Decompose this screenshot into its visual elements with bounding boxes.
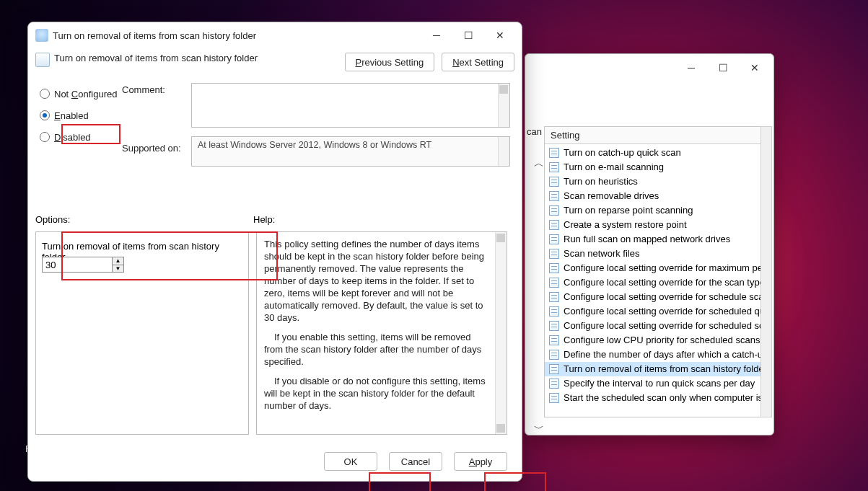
setting-row-label: Configure local setting override for sch…: [564, 291, 766, 304]
previous-setting-button[interactable]: Previous Setting: [345, 53, 435, 71]
setting-row[interactable]: Scan network files: [545, 247, 766, 261]
setting-row[interactable]: Specify the interval to run quick scans …: [545, 376, 766, 391]
dlg-title: Turn on removal of items from scan histo…: [53, 30, 421, 41]
setting-row-label: Create a system restore point: [564, 218, 687, 231]
policy-item-icon: [549, 393, 559, 403]
policy-item-icon: [549, 278, 559, 288]
supported-scrollbar[interactable]: [498, 137, 509, 166]
policy-item-icon: [549, 364, 559, 374]
policy-item-icon: [549, 234, 559, 244]
spinner-up-icon[interactable]: ▲: [113, 257, 123, 265]
help-p2: If you enable this setting, items will b…: [264, 331, 492, 368]
dlg-header-text: Turn on removal of items from scan histo…: [54, 53, 345, 63]
help-scrollbar[interactable]: [495, 232, 507, 434]
setting-row-label: Scan network files: [564, 247, 640, 260]
options-pane: Turn on removal of items from scan histo…: [35, 231, 249, 435]
radio-icon: [40, 89, 50, 99]
policy-item-icon: [549, 350, 559, 360]
radio-icon: [40, 132, 50, 142]
setting-row-label: Turn on reparse point scanning: [564, 204, 693, 217]
supported-on-label: Supported on:: [122, 143, 187, 154]
policy-item-icon: [549, 162, 559, 172]
bg-maximize-button[interactable]: ☐: [707, 57, 739, 79]
dlg-minimize-button[interactable]: ─: [421, 25, 452, 46]
setting-row-label: Configure local setting override for the…: [564, 276, 766, 289]
setting-row[interactable]: Configure local setting override for the…: [545, 275, 766, 290]
bg-left-cut-text: can: [527, 126, 542, 137]
comment-scrollbar[interactable]: [498, 84, 509, 127]
setting-row-label: Turn on heuristics: [564, 175, 638, 188]
supported-on-box: At least Windows Server 2012, Windows 8 …: [191, 136, 510, 167]
radio-not-configured[interactable]: Not Configured: [40, 86, 120, 102]
bg-titlebar: ─ ☐ ✕: [525, 54, 773, 81]
dlg-header-row: Turn on removal of items from scan histo…: [35, 53, 514, 71]
setting-row-label: Specify the interval to run quick scans …: [564, 377, 755, 390]
setting-row[interactable]: Turn on e-mail scanning: [545, 160, 766, 174]
setting-row[interactable]: Start the scheduled scan only when compu…: [545, 391, 766, 405]
setting-row[interactable]: Turn on heuristics: [545, 174, 766, 189]
setting-row[interactable]: Configure local setting override for sch…: [545, 319, 766, 333]
setting-row[interactable]: Configure local setting override for sch…: [545, 304, 766, 319]
policy-item-icon: [549, 263, 559, 273]
setting-row[interactable]: Configure local setting override for max…: [545, 261, 766, 275]
setting-row-label: Configure low CPU priority for scheduled…: [564, 334, 760, 347]
setting-row[interactable]: Run full scan on mapped network drives: [545, 232, 766, 247]
help-label: Help:: [253, 214, 275, 225]
setting-row[interactable]: Turn on catch-up quick scan: [545, 146, 766, 160]
bg-scroll-down-icon[interactable]: ﹀: [532, 422, 545, 435]
setting-row[interactable]: Create a system restore point: [545, 218, 766, 232]
policy-item-icon: [549, 379, 559, 389]
help-p3: If you disable or do not configure this …: [264, 375, 492, 412]
dlg-titlebar[interactable]: Turn on removal of items from scan histo…: [28, 22, 522, 48]
policy-item-icon: [549, 191, 559, 201]
policy-icon: [35, 53, 50, 67]
bg-close-button[interactable]: ✕: [739, 57, 771, 79]
help-pane: This policy setting defines the number o…: [256, 231, 507, 435]
setting-row-label: Configure local setting override for max…: [564, 262, 766, 275]
cancel-button[interactable]: Cancel: [389, 452, 442, 471]
policy-item-icon: [549, 177, 559, 187]
policy-item-icon: [549, 205, 559, 216]
policy-item-icon: [549, 335, 559, 345]
setting-row[interactable]: Configure local setting override for sch…: [545, 290, 766, 304]
setting-row-label: Turn on e-mail scanning: [564, 161, 664, 174]
comment-textarea[interactable]: [191, 83, 510, 128]
radio-disabled[interactable]: Disabled: [40, 129, 120, 145]
days-input[interactable]: [43, 257, 112, 272]
setting-row-label: Configure local setting override for sch…: [564, 305, 766, 318]
dlg-close-button[interactable]: ✕: [484, 25, 516, 46]
comment-label: Comment:: [122, 84, 187, 95]
setting-row-label: Run full scan on mapped network drives: [564, 233, 730, 246]
setting-row-label: Turn on catch-up quick scan: [564, 146, 681, 159]
policy-item-icon: [549, 249, 559, 259]
days-spinner[interactable]: ▲ ▼: [42, 257, 124, 273]
bg-setting-list[interactable]: Turn on catch-up quick scanTurn on e-mai…: [545, 146, 766, 417]
help-p1: This policy setting defines the number o…: [264, 238, 492, 324]
setting-row[interactable]: Define the number of days after which a …: [545, 348, 766, 362]
setting-row[interactable]: Turn on reparse point scanning: [545, 203, 766, 218]
bg-minimize-button[interactable]: ─: [675, 57, 707, 79]
options-label: Options:: [35, 214, 253, 225]
setting-row-label: Turn on removal of items from scan histo…: [564, 363, 766, 376]
setting-row-label: Configure local setting override for sch…: [564, 319, 766, 332]
radio-icon: [40, 110, 50, 120]
setting-row[interactable]: Turn on removal of items from scan histo…: [545, 362, 766, 376]
policy-item-icon: [549, 220, 559, 230]
setting-row-label: Define the number of days after which a …: [564, 348, 766, 361]
radio-enabled[interactable]: Enabled: [40, 107, 120, 123]
policy-item-icon: [549, 306, 559, 317]
spinner-down-icon[interactable]: ▼: [113, 265, 123, 273]
setting-row[interactable]: Scan removable drives: [545, 189, 766, 203]
bg-column-header[interactable]: Setting: [545, 127, 766, 144]
policy-item-icon: [549, 148, 559, 158]
policy-dialog: Turn on removal of items from scan histo…: [27, 22, 522, 482]
setting-row[interactable]: Configure low CPU priority for scheduled…: [545, 333, 766, 348]
bg-scrollbar[interactable]: [760, 126, 772, 417]
settings-list-window: ─ ☐ ✕ can ︿ ﹀ Setting Turn on catch-up q…: [525, 53, 774, 435]
next-setting-button[interactable]: Next Setting: [442, 53, 514, 71]
bg-list-container: Setting Turn on catch-up quick scanTurn …: [544, 126, 766, 417]
apply-button[interactable]: Apply: [454, 452, 507, 471]
ok-button[interactable]: OK: [324, 452, 377, 471]
policy-item-icon: [549, 321, 559, 331]
dlg-maximize-button[interactable]: ☐: [452, 25, 484, 46]
